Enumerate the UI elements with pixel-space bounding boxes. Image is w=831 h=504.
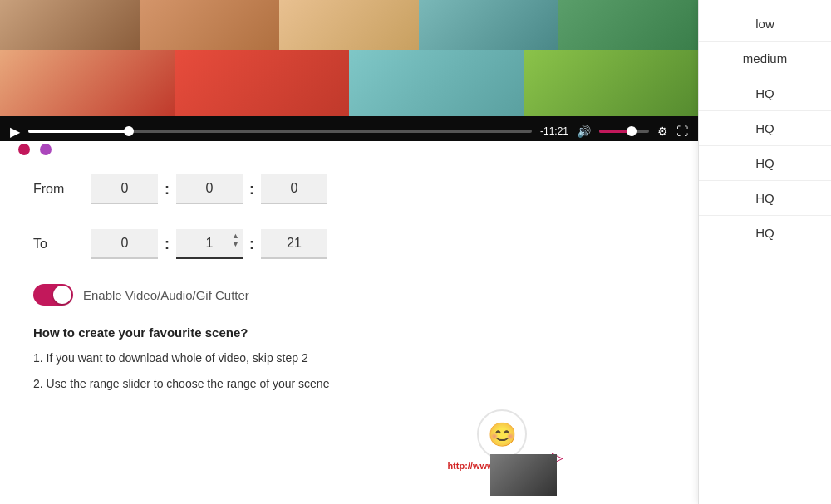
to-hour-input[interactable] — [91, 229, 158, 259]
from-second-input[interactable] — [261, 174, 327, 204]
quality-item-low[interactable]: low — [699, 7, 831, 42]
video-seg-4 — [524, 50, 698, 116]
strip-seg-1 — [0, 0, 140, 50]
from-row: From : : — [33, 174, 665, 204]
main-container: ▶ -11:21 🔊 ⚙ ⛶ — [0, 0, 831, 504]
mini-thumbnail — [490, 454, 557, 496]
time-display: -11:21 — [540, 125, 568, 137]
progress-fill — [28, 130, 129, 133]
toggle-label: Enable Video/Audio/Gif Cutter — [83, 288, 249, 302]
quality-item-hq-2[interactable]: HQ — [699, 111, 831, 146]
range-end-marker[interactable] — [40, 144, 52, 155]
from-hour-input[interactable] — [91, 174, 158, 204]
enable-cutter-toggle[interactable] — [33, 284, 73, 306]
to-label: To — [33, 237, 83, 252]
toggle-knob — [53, 286, 71, 304]
quality-item-hq-3[interactable]: HQ — [699, 146, 831, 181]
mini-thumb-content — [490, 454, 557, 496]
instructions-step1: 1. If you want to download whole of vide… — [33, 350, 665, 367]
to-sep-2: : — [249, 236, 254, 253]
strip-seg-5 — [558, 0, 698, 50]
strip-seg-4 — [419, 0, 558, 50]
from-input-group: : : — [91, 174, 327, 204]
instructions-heading: How to create your favourite scene? — [33, 325, 665, 340]
from-label: From — [33, 182, 83, 197]
volume-icon[interactable]: 🔊 — [577, 125, 591, 138]
to-second-input[interactable] — [261, 229, 327, 259]
toggle-row: Enable Video/Audio/Gif Cutter — [33, 284, 665, 306]
video-seg-3 — [349, 50, 524, 116]
range-start-marker[interactable] — [18, 144, 30, 155]
volume-thumb[interactable] — [627, 126, 637, 136]
volume-slider[interactable] — [599, 130, 649, 133]
left-panel: ▶ -11:21 🔊 ⚙ ⛶ — [0, 0, 698, 504]
to-minute-spinner-wrapper: ▲ ▼ — [176, 229, 243, 259]
content-area: From : : To : ▲ — [0, 158, 698, 418]
to-sep-1: : — [165, 236, 170, 253]
from-sep-2: : — [249, 181, 254, 198]
video-wrapper: ▶ -11:21 🔊 ⚙ ⛶ — [0, 0, 698, 158]
settings-icon[interactable]: ⚙ — [657, 125, 668, 138]
to-input-group: : ▲ ▼ : — [91, 229, 327, 259]
play-button[interactable]: ▶ — [10, 124, 20, 139]
to-minute-up[interactable]: ▲ — [232, 232, 239, 240]
video-seg-1 — [0, 50, 175, 116]
progress-thumb[interactable] — [124, 126, 134, 136]
strip-seg-2 — [140, 0, 279, 50]
video-player: ▶ -11:21 🔊 ⚙ ⛶ — [0, 50, 698, 141]
instructions-step2: 2. Use the range slider to choose the ra… — [33, 375, 665, 393]
from-minute-input[interactable] — [176, 174, 243, 204]
fullscreen-icon[interactable]: ⛶ — [676, 125, 688, 138]
range-markers — [0, 141, 698, 158]
video-seg-2 — [175, 50, 349, 116]
progress-bar[interactable] — [28, 130, 532, 133]
quality-item-hq-1[interactable]: HQ — [699, 76, 831, 111]
quality-item-medium[interactable]: medium — [699, 42, 831, 76]
instructions: How to create your favourite scene? 1. I… — [33, 325, 665, 393]
quality-item-hq-5[interactable]: HQ — [699, 216, 831, 250]
to-minute-down[interactable]: ▼ — [232, 241, 239, 248]
strip-seg-3 — [279, 0, 419, 50]
to-row: To : ▲ ▼ : — [33, 229, 665, 259]
video-content — [0, 50, 698, 116]
quality-item-hq-4[interactable]: HQ — [699, 181, 831, 216]
right-panel-quality-menu: low medium HQ HQ HQ HQ HQ — [698, 0, 831, 504]
player-controls: ▶ -11:21 🔊 ⚙ ⛶ — [0, 116, 698, 141]
from-sep-1: : — [165, 181, 170, 198]
watermark-logo: 😊 — [477, 409, 527, 459]
video-thumbnail-strip — [0, 0, 698, 50]
to-minute-arrows: ▲ ▼ — [232, 232, 239, 248]
